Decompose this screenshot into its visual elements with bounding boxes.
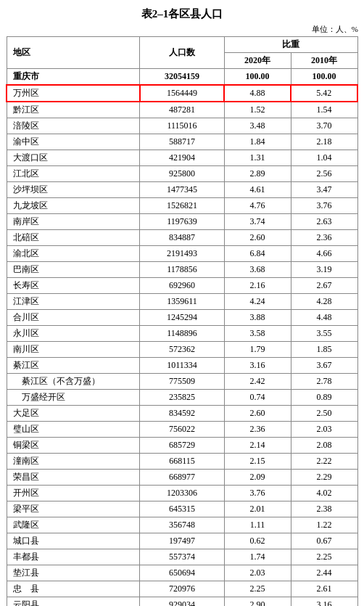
cell-region: 开州区: [7, 486, 140, 501]
header-population: 人口数: [140, 37, 224, 69]
header-ratio: 比重: [224, 37, 357, 53]
unit-label: 单位：人、%: [6, 24, 358, 35]
cell-population: 1245294: [140, 310, 224, 326]
cell-region: 万盛经开区: [7, 390, 140, 406]
cell-population: 2191493: [140, 246, 224, 262]
cell-ratio-2020: 100.00: [224, 69, 291, 86]
cell-ratio-2010: 3.67: [291, 358, 357, 374]
cell-population: 775509: [140, 374, 224, 390]
table-row: 璧山区7560222.362.03: [7, 422, 357, 438]
cell-ratio-2020: 2.25: [224, 581, 291, 597]
cell-ratio-2010: 2.29: [291, 470, 357, 486]
cell-ratio-2020: 0.62: [224, 533, 291, 549]
table-row: 大足区8345922.602.50: [7, 406, 357, 422]
header-region: 地区: [7, 37, 140, 69]
cell-region: 璧山区: [7, 422, 140, 438]
cell-region: 云阳县: [7, 597, 140, 607]
table-row: 渝北区21914936.844.66: [7, 246, 357, 262]
cell-ratio-2010: 2.25: [291, 549, 357, 565]
cell-ratio-2010: 1.54: [291, 102, 357, 118]
cell-population: 1203306: [140, 486, 224, 501]
cell-population: 720976: [140, 581, 224, 597]
cell-ratio-2020: 4.24: [224, 294, 291, 310]
cell-ratio-2010: 2.03: [291, 422, 357, 438]
cell-ratio-2020: 2.89: [224, 166, 291, 182]
cell-ratio-2020: 3.76: [224, 486, 291, 501]
cell-ratio-2020: 2.09: [224, 470, 291, 486]
cell-population: 645315: [140, 501, 224, 517]
cell-population: 925800: [140, 166, 224, 182]
cell-ratio-2020: 1.84: [224, 134, 291, 150]
cell-ratio-2010: 2.56: [291, 166, 357, 182]
cell-ratio-2010: 2.38: [291, 501, 357, 517]
header-year2020: 2020年: [224, 53, 291, 69]
cell-ratio-2010: 2.50: [291, 406, 357, 422]
cell-ratio-2010: 2.44: [291, 565, 357, 581]
cell-population: 421904: [140, 150, 224, 166]
cell-ratio-2010: 3.19: [291, 262, 357, 278]
cell-ratio-2010: 3.70: [291, 118, 357, 134]
cell-ratio-2010: 2.22: [291, 454, 357, 470]
table-row: 万州区15644494.885.42: [7, 85, 357, 102]
cell-ratio-2010: 3.47: [291, 182, 357, 198]
cell-region: 永川区: [7, 326, 140, 342]
cell-ratio-2020: 1.31: [224, 150, 291, 166]
cell-region: 江北区: [7, 166, 140, 182]
cell-ratio-2020: 1.52: [224, 102, 291, 118]
cell-ratio-2010: 4.66: [291, 246, 357, 262]
cell-region: 合川区: [7, 310, 140, 326]
table-row: 长寿区6929602.162.67: [7, 278, 357, 294]
table-row: 江津区13596114.244.28: [7, 294, 357, 310]
cell-ratio-2020: 6.84: [224, 246, 291, 262]
cell-ratio-2020: 0.74: [224, 390, 291, 406]
cell-ratio-2020: 2.14: [224, 438, 291, 454]
cell-population: 1178856: [140, 262, 224, 278]
cell-population: 1115016: [140, 118, 224, 134]
cell-ratio-2020: 2.90: [224, 597, 291, 607]
cell-region: 长寿区: [7, 278, 140, 294]
cell-ratio-2010: 0.89: [291, 390, 357, 406]
cell-population: 1526821: [140, 198, 224, 214]
table-row: 合川区12452943.884.48: [7, 310, 357, 326]
cell-ratio-2020: 2.03: [224, 565, 291, 581]
cell-ratio-2020: 4.61: [224, 182, 291, 198]
cell-region: 铜梁区: [7, 438, 140, 454]
cell-ratio-2020: 2.60: [224, 230, 291, 246]
cell-region: 渝北区: [7, 246, 140, 262]
cell-ratio-2020: 3.16: [224, 358, 291, 374]
cell-region: 南川区: [7, 342, 140, 358]
cell-ratio-2020: 1.79: [224, 342, 291, 358]
cell-ratio-2010: 1.04: [291, 150, 357, 166]
cell-population: 1359611: [140, 294, 224, 310]
table-row: 铜梁区6857292.142.08: [7, 438, 357, 454]
table-row: 潼南区6681152.152.22: [7, 454, 357, 470]
cell-ratio-2010: 2.36: [291, 230, 357, 246]
cell-population: 356748: [140, 517, 224, 533]
cell-population: 834592: [140, 406, 224, 422]
cell-ratio-2010: 3.76: [291, 198, 357, 214]
page-title: 表2–1各区县人口: [6, 7, 358, 21]
cell-region: 綦江区: [7, 358, 140, 374]
cell-ratio-2010: 2.67: [291, 278, 357, 294]
table-row: 忠 县7209762.252.61: [7, 581, 357, 597]
cell-region: 綦江区（不含万盛）: [7, 374, 140, 390]
cell-population: 834887: [140, 230, 224, 246]
cell-population: 32054159: [140, 69, 224, 86]
cell-population: 668977: [140, 470, 224, 486]
cell-ratio-2010: 2.18: [291, 134, 357, 150]
table-row: 沙坪坝区14773454.613.47: [7, 182, 357, 198]
cell-ratio-2020: 3.48: [224, 118, 291, 134]
cell-population: 1477345: [140, 182, 224, 198]
cell-ratio-2020: 2.42: [224, 374, 291, 390]
cell-ratio-2010: 2.78: [291, 374, 357, 390]
population-table: 地区 人口数 比重 2020年 2010年 重庆市32054159100.001…: [6, 36, 358, 606]
cell-ratio-2020: 3.88: [224, 310, 291, 326]
cell-ratio-2020: 2.36: [224, 422, 291, 438]
cell-population: 1011334: [140, 358, 224, 374]
cell-ratio-2020: 3.58: [224, 326, 291, 342]
cell-ratio-2010: 4.48: [291, 310, 357, 326]
cell-region: 万州区: [7, 85, 140, 102]
cell-ratio-2020: 3.74: [224, 214, 291, 230]
cell-region: 黔江区: [7, 102, 140, 118]
cell-ratio-2010: 0.67: [291, 533, 357, 549]
